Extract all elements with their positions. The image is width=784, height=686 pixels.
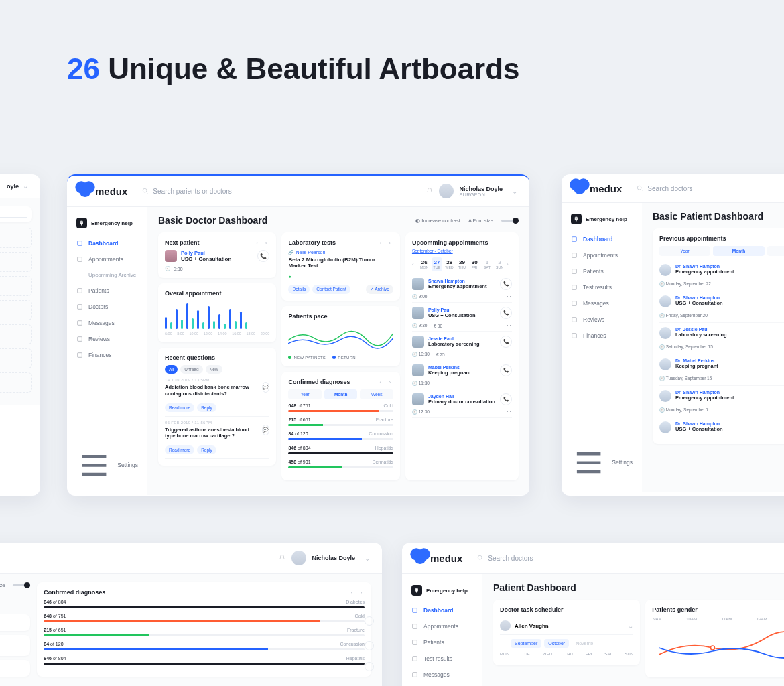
user-pill[interactable]: Nicholas DoyleSURGEON ⌄ bbox=[439, 184, 517, 198]
chevron-left-icon[interactable]: ‹ bbox=[253, 239, 260, 246]
card-patients-pace: Patients pace NEW PATINETSRETURN bbox=[281, 306, 399, 366]
card-recent-questions: Recent questions AllUnreadNew 14 JUN 201… bbox=[158, 348, 276, 466]
sidebar-item[interactable]: Dashboard bbox=[562, 231, 642, 247]
filter-chip[interactable]: Unread bbox=[180, 365, 202, 374]
chevron-right-icon[interactable]: › bbox=[387, 239, 393, 246]
filter-chip[interactable]: New bbox=[206, 365, 222, 374]
chevron-down-icon[interactable]: ⌄ bbox=[628, 622, 633, 630]
call-button[interactable]: 📞 bbox=[500, 278, 512, 290]
sidebar-settings[interactable]: Settings bbox=[67, 442, 147, 488]
chip-archive[interactable]: ✓ Archive bbox=[366, 285, 393, 294]
chip-details[interactable]: Details bbox=[288, 285, 310, 294]
bell-icon[interactable] bbox=[278, 554, 286, 562]
font-size-slider[interactable] bbox=[501, 220, 519, 222]
chat-icon[interactable]: 💬 bbox=[262, 382, 269, 393]
headline-number: 26 bbox=[67, 52, 100, 85]
calendar-day[interactable]: 30FRI bbox=[469, 257, 480, 271]
chevron-down-icon[interactable]: ⌄ bbox=[512, 188, 517, 195]
chip-contact[interactable]: Contact Patient bbox=[312, 285, 350, 294]
month-range-link[interactable]: September - October bbox=[412, 249, 512, 253]
emergency-button[interactable]: 🎙Emergency help bbox=[67, 214, 147, 235]
user-pill[interactable]: Nicholas Doyle⌄ bbox=[291, 551, 370, 565]
svg-rect-6 bbox=[78, 337, 82, 342]
chevron-right-icon[interactable]: › bbox=[263, 239, 269, 246]
chat-icon[interactable]: 💬 bbox=[262, 425, 269, 435]
artboard-confirmed-diagnoses: Search parients or doctors Nicholas Doyl… bbox=[0, 543, 382, 686]
search-input[interactable]: Search doctors bbox=[637, 185, 784, 192]
sidebar-item[interactable]: Doctors bbox=[67, 299, 147, 315]
artboard-doctor-dashboard: medux Search parients or doctors Nichola… bbox=[67, 174, 529, 496]
avatar bbox=[412, 278, 424, 290]
sidebar-item[interactable]: Appointments bbox=[562, 247, 642, 263]
heart-icon bbox=[76, 182, 93, 199]
sidebar: 🎙Emergency help DashboardAppointmentsUpc… bbox=[67, 207, 147, 495]
svg-rect-14 bbox=[572, 318, 577, 322]
svg-rect-22 bbox=[413, 673, 417, 677]
calendar-day[interactable]: 2SUN bbox=[494, 257, 505, 271]
sidebar-item[interactable]: Reviews bbox=[562, 312, 642, 328]
chevron-down-icon[interactable]: ⌄ bbox=[23, 182, 28, 190]
sidebar-item[interactable]: Messages bbox=[67, 315, 147, 331]
svg-rect-15 bbox=[572, 334, 577, 338]
brand: medux bbox=[79, 185, 127, 197]
call-button[interactable]: 📞 bbox=[257, 250, 269, 262]
sidebar-item[interactable]: Finances bbox=[67, 347, 147, 363]
sidebar-settings[interactable]: Settings bbox=[562, 439, 642, 486]
call-button[interactable]: 📞 bbox=[500, 336, 512, 348]
sidebar-item[interactable]: Appointments bbox=[67, 251, 147, 267]
call-button[interactable]: 📞 bbox=[500, 364, 512, 376]
svg-rect-10 bbox=[572, 253, 577, 258]
bell-icon[interactable] bbox=[426, 187, 434, 195]
svg-rect-5 bbox=[78, 321, 82, 326]
sidebar-item[interactable]: Upcomming Archive bbox=[67, 267, 147, 283]
card-upcoming: Upcomming appointments September - Octob… bbox=[405, 232, 519, 480]
card-patients-gender: Patients gender 9AM10AM11AM12AM1PM2PM3PM bbox=[645, 600, 784, 677]
calendar-day[interactable]: 1SAT bbox=[482, 257, 493, 271]
svg-rect-1 bbox=[78, 241, 82, 246]
sidebar-item[interactable]: Dashboard bbox=[402, 602, 482, 618]
font-size-label: A Font size bbox=[468, 218, 493, 224]
sidebar-item[interactable]: Patients bbox=[402, 634, 482, 650]
sidebar-item[interactable]: Finances bbox=[562, 328, 642, 344]
patient-link[interactable]: 🔗 Nelle Pearson bbox=[288, 250, 393, 255]
sidebar-item[interactable]: Dashboard bbox=[67, 235, 147, 251]
chevron-right-icon[interactable]: › bbox=[387, 379, 393, 385]
emergency-button[interactable]: 🎙Emergency help bbox=[402, 581, 482, 602]
artboard-patient-dashboard: medux Search doctors S 🎙Emergency help D… bbox=[402, 543, 784, 686]
search-input[interactable]: Search parients or doctors bbox=[142, 188, 426, 195]
svg-rect-2 bbox=[78, 257, 82, 262]
card-overal-appointment: Overal appointment 6:008:0010:0012:0014:… bbox=[158, 283, 276, 342]
sidebar-item[interactable]: Messages bbox=[562, 295, 642, 312]
avatar bbox=[412, 307, 424, 319]
filter-chip[interactable]: All bbox=[165, 365, 178, 374]
sidebar-item[interactable]: Patients bbox=[562, 263, 642, 279]
sidebar-item[interactable]: Test results bbox=[562, 279, 642, 295]
emergency-button[interactable]: 🎙Emergency help bbox=[562, 210, 642, 231]
svg-point-8 bbox=[638, 186, 642, 190]
svg-rect-3 bbox=[78, 289, 82, 293]
avatar bbox=[165, 250, 177, 262]
mic-icon: 🎙 bbox=[76, 218, 87, 228]
contrast-toggle[interactable]: ◐ Increase contrast bbox=[415, 218, 460, 224]
sidebar-item[interactable]: Appointments bbox=[402, 618, 482, 634]
sidebar-item[interactable]: Reviews bbox=[67, 331, 147, 347]
gender-chart bbox=[652, 621, 784, 668]
calendar-day[interactable]: 28WED bbox=[444, 257, 455, 271]
chevron-left-icon[interactable]: ‹ bbox=[377, 379, 384, 385]
avatar bbox=[412, 364, 424, 376]
artboard-patient-dashboard-basic: medux Search doctors 🎙Emergency help Das… bbox=[562, 174, 784, 496]
sidebar-item[interactable]: Messages bbox=[402, 667, 482, 683]
search-icon bbox=[142, 188, 149, 194]
chevron-left-icon[interactable]: ‹ bbox=[377, 239, 384, 246]
calendar-day[interactable]: 26MON bbox=[419, 257, 430, 271]
sidebar-item[interactable]: Patients bbox=[67, 283, 147, 299]
calendar-day[interactable]: 29THU bbox=[456, 257, 468, 271]
clock-icon: 🕘 bbox=[165, 266, 171, 271]
search-input[interactable]: Search doctors bbox=[477, 555, 784, 562]
card-laboratory-tests: Laboratory tests‹› 🔗 Nelle Pearson Beta … bbox=[281, 232, 399, 301]
svg-rect-18 bbox=[413, 608, 417, 613]
call-button[interactable]: 📞 bbox=[500, 307, 512, 319]
sidebar-item[interactable]: Test results bbox=[402, 650, 482, 667]
calendar-day[interactable]: 27TUE bbox=[432, 257, 443, 271]
call-button[interactable]: 📞 bbox=[500, 393, 512, 405]
